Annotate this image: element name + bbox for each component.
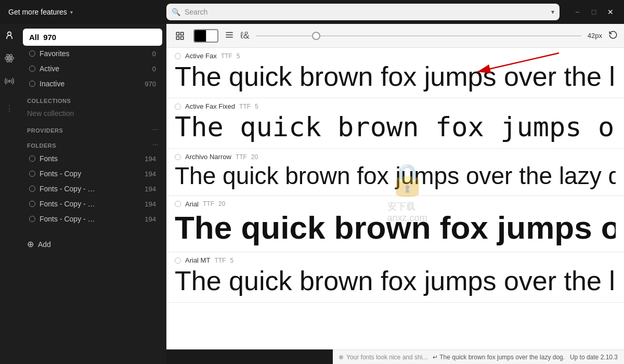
font-preview-archivo-narrow: The quick brown fox jumps over the lazy … — [175, 163, 616, 189]
white-swatch — [206, 30, 217, 42]
filter-inactive-label: Inactive — [40, 80, 140, 88]
folder-fonts-copy-4-label: Fonts - Copy - … — [40, 215, 140, 223]
font-count-active-fax: 5 — [237, 53, 240, 60]
filter-inactive[interactable]: Inactive 970 — [23, 76, 162, 91]
font-name-archivo-narrow: Archivo Narrow — [185, 153, 231, 161]
sidebar-icon-dots[interactable]: ⋮ — [2, 101, 17, 115]
font-preview-arial: The quick brown fox jumps over the l — [175, 210, 616, 245]
status-dot-icon — [339, 355, 343, 359]
filter-favorites[interactable]: Favorites 0 — [23, 46, 162, 61]
font-meta-active-fax-fixed: Active Fax Fixed TTF 5 — [175, 102, 616, 110]
filter-all[interactable]: All 970 — [23, 29, 162, 46]
font-count-active-fax-fixed: 5 — [255, 103, 258, 110]
get-more-features-button[interactable]: Get more features ▾ — [0, 0, 166, 24]
size-slider[interactable] — [256, 35, 581, 36]
search-icon: 🔍 — [172, 8, 180, 16]
search-bar[interactable]: 🔍 Search ▾ — [166, 4, 560, 20]
folder-fonts[interactable]: Fonts 194 — [23, 151, 162, 166]
add-button[interactable]: ⊕ Add — [27, 239, 158, 249]
black-swatch — [194, 30, 206, 42]
font-meta-archivo-narrow: Archivo Narrow TTF 20 — [175, 153, 616, 161]
font-radio-arial-mt[interactable] — [175, 257, 181, 264]
sidebar-icon-fonts[interactable] — [2, 28, 17, 43]
folder-fonts-copy[interactable]: Fonts - Copy 194 — [23, 166, 162, 181]
svg-point-1 — [8, 57, 10, 59]
folder-fonts-copy-3-label: Fonts - Copy - … — [40, 200, 140, 208]
folder-fonts-copy-4-radio — [29, 216, 35, 222]
folder-fonts-copy-3[interactable]: Fonts - Copy - … 194 — [23, 197, 162, 211]
sidebar-icon-broadcast[interactable] — [2, 74, 17, 88]
filter-active[interactable]: Active 0 — [23, 61, 162, 76]
status-left: Your fonts look nice and shi... — [339, 354, 427, 361]
filter-inactive-radio — [29, 81, 35, 87]
filter-active-label: Active — [40, 64, 148, 73]
font-name-active-fax-fixed: Active Fax Fixed — [185, 102, 235, 110]
font-name-active-fax: Active Fax — [185, 52, 217, 60]
folder-fonts-copy-4[interactable]: Fonts - Copy - … 194 — [23, 212, 162, 226]
sidebar-content: All 970 Favorites 0 Active 0 — [19, 24, 166, 364]
font-format-archivo-narrow: TTF — [236, 153, 247, 161]
font-count-arial-mt: 5 — [230, 257, 233, 264]
folder-fonts-label: Fonts — [40, 154, 140, 163]
status-middle-text: ↵ The quick brown fox jumps over the laz… — [433, 354, 565, 361]
folder-fonts-copy-count: 194 — [145, 170, 156, 178]
title-bar: Get more features ▾ 🔍 Search ▾ − □ ✕ — [0, 0, 624, 24]
layout-toggle-button[interactable] — [173, 29, 187, 43]
font-preview-arial-mt: The quick brown fox jumps over the lazy … — [175, 266, 616, 296]
folder-fonts-copy-2[interactable]: Fonts - Copy - … 194 — [23, 181, 162, 196]
font-radio-arial[interactable] — [175, 201, 181, 207]
sidebar-icon-atom[interactable] — [2, 51, 17, 66]
sidebar-inner: ⋮ All 970 Favorites 0 Active — [0, 24, 166, 364]
size-slider-wrap — [256, 35, 581, 36]
search-dropdown-icon[interactable]: ▾ — [551, 8, 554, 16]
folder-fonts-copy-3-count: 194 — [145, 200, 156, 208]
folders-more-icon[interactable]: ⋯ — [152, 142, 159, 149]
svg-rect-9 — [181, 36, 184, 39]
sidebar: ⋮ All 970 Favorites 0 Active — [0, 24, 166, 364]
reset-button[interactable] — [608, 30, 618, 42]
font-radio-active-fax[interactable] — [175, 53, 181, 59]
folder-fonts-copy-3-radio — [29, 201, 35, 207]
folder-fonts-copy-2-radio — [29, 186, 35, 192]
folders-label: FOLDERS — [27, 142, 56, 149]
svg-rect-6 — [176, 32, 179, 35]
filter-all-count: 970 — [43, 33, 56, 42]
get-more-features-label: Get more features — [8, 8, 67, 16]
maximize-button[interactable]: □ — [587, 5, 601, 19]
font-panel: 🔒 安下载anxz.com Active Fax TTF 5 The quick… — [166, 48, 624, 349]
window-controls: − □ ✕ — [564, 5, 624, 19]
folder-fonts-copy-radio — [29, 171, 35, 177]
svg-rect-8 — [176, 36, 179, 39]
main-layout: ⋮ All 970 Favorites 0 Active — [0, 24, 624, 364]
search-input[interactable]: Search — [185, 8, 547, 16]
font-meta-arial: Arial TTF 20 — [175, 200, 616, 208]
minimize-button[interactable]: − — [570, 5, 584, 19]
ligature-button[interactable]: ℓ& — [240, 30, 250, 41]
color-swatches[interactable] — [193, 29, 218, 43]
font-entry-archivo-narrow: Archivo Narrow TTF 20 The quick brown fo… — [166, 149, 624, 196]
status-left-text: Your fonts look nice and shi... — [346, 354, 427, 361]
folder-fonts-copy-label: Fonts - Copy — [40, 170, 140, 178]
status-right-text: Up to date 2.10.3 — [570, 354, 618, 361]
filter-favorites-radio — [29, 50, 35, 57]
folders-section-header: FOLDERS ⋯ — [19, 136, 166, 151]
new-collection-button[interactable]: New collection — [19, 106, 166, 121]
folder-fonts-copy-2-count: 194 — [145, 185, 156, 193]
collections-label: COLLECTIONS — [27, 98, 71, 104]
right-panel: ℓ& 42px — [166, 24, 624, 364]
add-label: Add — [38, 240, 51, 249]
font-entry-arial: Arial TTF 20 The quick brown fox jumps o… — [166, 196, 624, 252]
font-radio-active-fax-fixed[interactable] — [175, 103, 181, 110]
font-radio-archivo-narrow[interactable] — [175, 154, 181, 160]
font-format-arial: TTF — [203, 200, 214, 207]
close-button[interactable]: ✕ — [603, 5, 618, 19]
align-button[interactable] — [225, 30, 234, 42]
providers-more-icon[interactable]: ⋯ — [152, 127, 159, 134]
filter-all-label: All — [29, 33, 39, 42]
add-section: ⊕ Add — [19, 227, 166, 255]
folder-fonts-count: 194 — [145, 155, 156, 163]
font-format-active-fax: TTF — [221, 53, 232, 60]
filter-favorites-count: 0 — [152, 50, 156, 58]
font-name-arial-mt: Arial MT — [185, 256, 210, 264]
svg-rect-7 — [181, 32, 184, 35]
